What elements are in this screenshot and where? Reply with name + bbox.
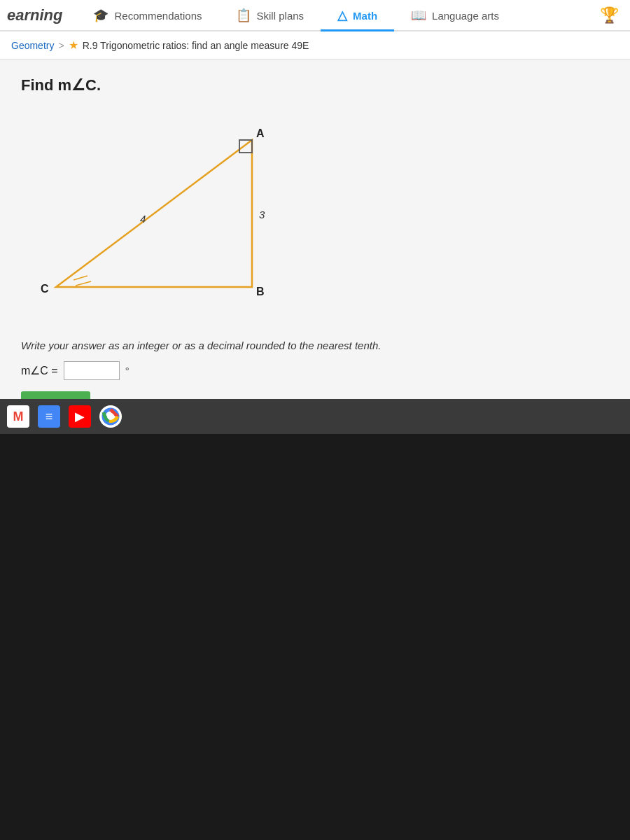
tab-language-arts[interactable]: 📖 Language arts [394, 1, 516, 31]
side-ab-label: 3 [259, 209, 265, 220]
taskbar-youtube-icon[interactable]: ▶ [69, 405, 91, 428]
lesson-code: R.9 [83, 40, 98, 51]
svg-point-2 [107, 413, 114, 420]
breadcrumb-lesson: R.9 Trigonometric ratios: find an angle … [83, 40, 309, 51]
lesson-id: 49E [291, 40, 309, 51]
tab-math-label: Math [353, 10, 377, 22]
breadcrumb-separator: > [58, 40, 64, 51]
math-icon: △ [337, 8, 347, 23]
vertex-c-label: C [41, 283, 49, 295]
side-ca-label: 4 [140, 213, 146, 225]
vertex-a-label: A [256, 127, 265, 139]
language-arts-icon: 📖 [411, 8, 426, 23]
tab-language-arts-label: Language arts [432, 10, 499, 22]
instruction-text: Write your answer as an integer or as a … [21, 340, 609, 351]
tab-math[interactable]: △ Math [321, 1, 394, 31]
breadcrumb: Geometry > ★ R.9 Trigonometric ratios: f… [0, 31, 630, 59]
dark-background [0, 434, 630, 840]
angle-indicator-2 [76, 281, 91, 286]
main-content: Find m∠C. A B C 4 3 [0, 59, 630, 434]
answer-label: m∠C = [21, 364, 58, 377]
top-nav: earning 🎓 Recommendations 📋 Skill plans … [0, 0, 630, 31]
triangle-svg: A B C 4 3 [35, 108, 301, 332]
taskbar-chrome-icon[interactable] [99, 405, 122, 428]
app-container: earning 🎓 Recommendations 📋 Skill plans … [0, 0, 630, 434]
answer-row: m∠C = ° [21, 361, 609, 380]
tab-skill-plans[interactable]: 📋 Skill plans [219, 1, 321, 31]
taskbar: M ≡ ▶ [0, 399, 630, 434]
taskbar-gmail-icon[interactable]: M [7, 405, 29, 428]
angle-indicator-1 [74, 276, 88, 280]
skill-plans-icon: 📋 [236, 8, 251, 23]
nav-tabs: 🎓 Recommendations 📋 Skill plans △ Math 📖… [76, 0, 600, 30]
degree-symbol: ° [125, 365, 130, 377]
vertex-b-label: B [256, 286, 265, 298]
tab-recommendations[interactable]: 🎓 Recommendations [76, 1, 218, 31]
breadcrumb-star: ★ [69, 38, 78, 52]
app-title-text: earning [7, 6, 62, 24]
taskbar-docs-icon[interactable]: ≡ [38, 405, 60, 428]
triangle-diagram: A B C 4 3 [35, 108, 301, 332]
recommendations-icon: 🎓 [93, 8, 108, 23]
problem-title: Find m∠C. [21, 76, 609, 94]
app-title: earning [7, 0, 76, 30]
lesson-title: Trigonometric ratios: find an angle meas… [100, 40, 289, 51]
breadcrumb-geometry-link[interactable]: Geometry [11, 40, 54, 51]
tab-skill-plans-label: Skill plans [257, 10, 304, 22]
tab-recommendations-label: Recommendations [114, 10, 202, 22]
trophy-icon: 🏆 [600, 0, 630, 30]
triangle-shape [56, 140, 252, 287]
angle-input[interactable] [64, 361, 120, 380]
